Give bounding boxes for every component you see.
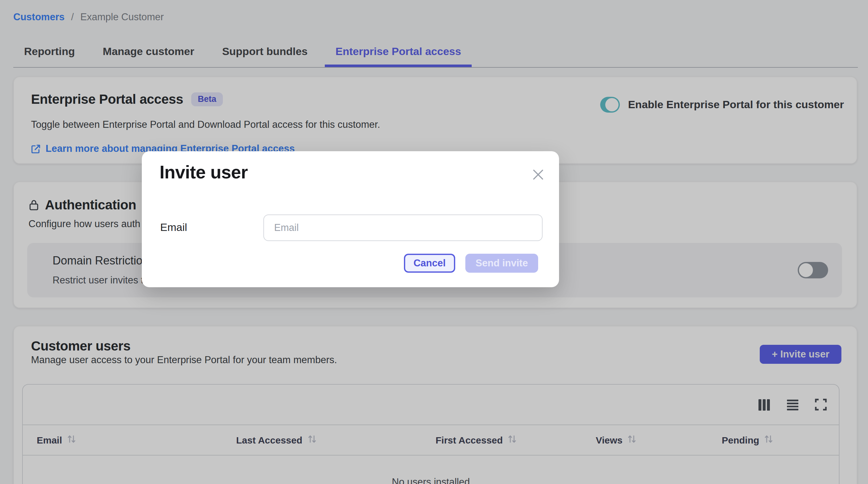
modal-title: Invite user bbox=[159, 162, 248, 183]
email-field[interactable] bbox=[264, 215, 542, 241]
invite-user-modal: Invite user Email Cancel Send invite bbox=[142, 151, 559, 287]
close-icon[interactable] bbox=[532, 168, 544, 180]
page: Customers / Example Customer Reporting M… bbox=[0, 0, 868, 484]
email-label: Email bbox=[160, 221, 264, 234]
send-invite-button[interactable]: Send invite bbox=[465, 254, 538, 273]
cancel-button[interactable]: Cancel bbox=[404, 254, 455, 273]
